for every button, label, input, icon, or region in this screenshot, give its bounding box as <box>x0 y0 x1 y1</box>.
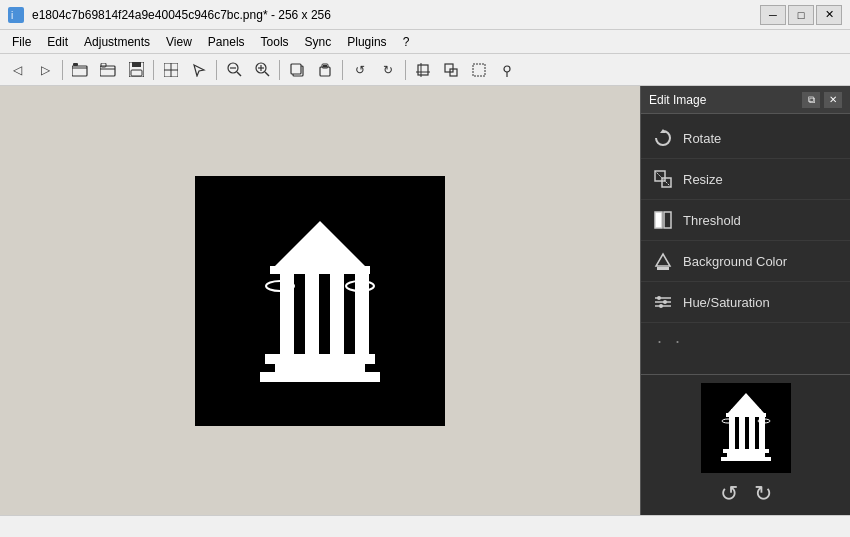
toolbar-sep-5 <box>342 60 343 80</box>
background-color-item[interactable]: Background Color <box>641 241 850 282</box>
hue-saturation-item[interactable]: Hue/Saturation <box>641 282 850 323</box>
title-bar: i e1804c7b69814f24a9e40045c946c7bc.png* … <box>0 0 850 30</box>
background-color-label: Background Color <box>683 254 787 269</box>
forward-button[interactable]: ▷ <box>32 58 58 82</box>
menu-adjustments[interactable]: Adjustments <box>76 30 158 53</box>
svg-rect-68 <box>744 401 746 413</box>
svg-rect-75 <box>721 457 771 461</box>
redo-button[interactable]: ↻ <box>375 58 401 82</box>
location-button[interactable] <box>494 58 520 82</box>
toolbar: ◁ ▷ ↺ ↻ <box>0 54 850 86</box>
svg-rect-50 <box>655 212 662 228</box>
svg-point-59 <box>663 300 667 304</box>
svg-point-58 <box>657 296 661 300</box>
svg-rect-8 <box>131 70 142 76</box>
maximize-button[interactable]: □ <box>788 5 814 25</box>
crop-button[interactable] <box>410 58 436 82</box>
preview-controls: ↺ ↻ <box>720 481 772 507</box>
menu-view[interactable]: View <box>158 30 200 53</box>
app-icon: i <box>8 7 24 23</box>
toolbar-sep-2 <box>153 60 154 80</box>
zoom-in-button[interactable] <box>249 58 275 82</box>
window-title: e1804c7b69814f24a9e40045c946c7bc.png* - … <box>32 8 331 22</box>
svg-rect-33 <box>280 274 294 354</box>
undo-button[interactable]: ↺ <box>347 58 373 82</box>
svg-rect-36 <box>355 274 369 354</box>
toolbar-sep-1 <box>62 60 63 80</box>
svg-rect-66 <box>759 417 765 449</box>
svg-rect-27 <box>445 64 453 72</box>
svg-rect-34 <box>305 274 319 354</box>
svg-marker-53 <box>656 254 670 266</box>
threshold-item[interactable]: Threshold <box>641 200 850 241</box>
folder-button[interactable] <box>95 58 121 82</box>
select-rect-button[interactable] <box>466 58 492 82</box>
svg-rect-51 <box>664 212 671 228</box>
zoom-out-button[interactable] <box>221 58 247 82</box>
svg-rect-44 <box>275 364 365 372</box>
svg-rect-20 <box>291 64 301 74</box>
canvas-area <box>0 86 640 515</box>
resize-label: Resize <box>683 172 723 187</box>
menu-plugins[interactable]: Plugins <box>339 30 394 53</box>
image-canvas <box>195 176 445 426</box>
panel-menu-items: Rotate Resize <box>641 114 850 374</box>
close-button[interactable]: ✕ <box>816 5 842 25</box>
copy-button[interactable] <box>284 58 310 82</box>
toolbar-sep-4 <box>279 60 280 80</box>
svg-rect-65 <box>749 417 755 449</box>
panel-close-button[interactable]: ✕ <box>824 92 842 108</box>
svg-rect-54 <box>657 267 669 270</box>
menu-sync[interactable]: Sync <box>297 30 340 53</box>
minimize-button[interactable]: ─ <box>760 5 786 25</box>
status-bar <box>0 515 850 537</box>
svg-rect-74 <box>727 453 765 457</box>
preview-redo-button[interactable]: ↻ <box>754 481 772 507</box>
rotate-item[interactable]: Rotate <box>641 118 850 159</box>
svg-point-30 <box>504 66 510 72</box>
svg-rect-45 <box>260 372 380 382</box>
rotate-label: Rotate <box>683 131 721 146</box>
grid-button[interactable] <box>158 58 184 82</box>
svg-rect-64 <box>739 417 745 449</box>
open-file-button[interactable] <box>67 58 93 82</box>
menu-panels[interactable]: Panels <box>200 30 253 53</box>
select-button[interactable] <box>186 58 212 82</box>
toolbar-sep-6 <box>405 60 406 80</box>
color-icon <box>653 251 673 271</box>
back-button[interactable]: ◁ <box>4 58 30 82</box>
preview-image <box>701 383 791 473</box>
title-bar-controls: ─ □ ✕ <box>760 5 842 25</box>
preview-undo-button[interactable]: ↺ <box>720 481 738 507</box>
menu-help[interactable]: ? <box>395 30 418 53</box>
more-indicator: · · <box>641 323 850 360</box>
svg-rect-24 <box>418 65 428 75</box>
svg-line-13 <box>237 72 241 76</box>
save-button[interactable] <box>123 58 149 82</box>
panel-header-controls: ⧉ ✕ <box>802 92 842 108</box>
right-panel: Edit Image ⧉ ✕ Rotate <box>640 86 850 515</box>
svg-rect-29 <box>473 64 485 76</box>
threshold-label: Threshold <box>683 213 741 228</box>
svg-line-16 <box>265 72 269 76</box>
panel-restore-button[interactable]: ⧉ <box>802 92 820 108</box>
menu-tools[interactable]: Tools <box>253 30 297 53</box>
svg-rect-43 <box>265 354 375 364</box>
main-area: Edit Image ⧉ ✕ Rotate <box>0 86 850 515</box>
title-bar-left: i e1804c7b69814f24a9e40045c946c7bc.png* … <box>8 7 331 23</box>
svg-rect-73 <box>723 449 769 453</box>
paste-button[interactable] <box>312 58 338 82</box>
hue-icon <box>653 292 673 312</box>
svg-rect-7 <box>132 62 141 67</box>
svg-rect-23 <box>323 65 327 67</box>
menu-edit[interactable]: Edit <box>39 30 76 53</box>
rotate-icon <box>653 128 673 148</box>
svg-rect-35 <box>330 274 344 354</box>
menu-file[interactable]: File <box>4 30 39 53</box>
svg-line-49 <box>655 171 671 187</box>
resize-btn[interactable] <box>438 58 464 82</box>
resize-item[interactable]: Resize <box>641 159 850 200</box>
menu-bar: File Edit Adjustments View Panels Tools … <box>0 30 850 54</box>
svg-point-60 <box>659 304 663 308</box>
panel-header: Edit Image ⧉ ✕ <box>641 86 850 114</box>
